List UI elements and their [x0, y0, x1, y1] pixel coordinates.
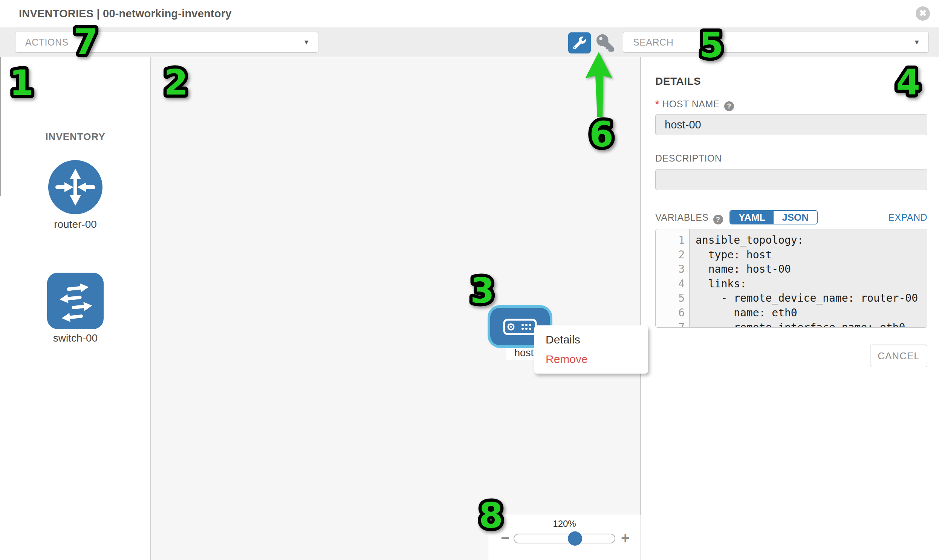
- host-name-field[interactable]: [655, 114, 927, 135]
- page-title: INVENTORIES | 00-networking-inventory: [19, 0, 231, 27]
- switch-icon: [47, 324, 103, 330]
- search-dropdown[interactable]: SEARCH ▼: [623, 32, 929, 53]
- host-name-label: *HOST NAME?: [655, 98, 734, 111]
- variables-format-toggle: YAML JSON: [729, 210, 818, 225]
- search-placeholder: SEARCH: [633, 32, 673, 52]
- cancel-button[interactable]: CANCEL: [870, 345, 927, 367]
- context-menu-item-details[interactable]: Details: [534, 330, 648, 349]
- variables-row: VARIABLES? YAML JSON EXPAND: [655, 210, 927, 224]
- context-menu-item-remove[interactable]: Remove: [534, 349, 648, 369]
- tools-button[interactable]: [568, 32, 591, 54]
- zoom-in-button[interactable]: +: [621, 529, 630, 546]
- zoom-slider[interactable]: [513, 534, 615, 543]
- variables-label: VARIABLES?: [655, 212, 723, 225]
- description-field[interactable]: [655, 169, 927, 190]
- actions-dropdown[interactable]: ACTIONS ▼: [15, 32, 318, 53]
- credentials-key-button[interactable]: [597, 34, 614, 52]
- page-header: INVENTORIES | 00-networking-inventory ✖: [0, 0, 939, 27]
- details-panel: DETAILS *HOST NAME? DESCRIPTION VARIABLE…: [641, 57, 939, 560]
- chevron-down-icon: ▼: [303, 32, 310, 52]
- sidebar-item-router[interactable]: router-00: [47, 159, 103, 217]
- variables-editor: 1234567 ansible_topology: type: host nam…: [655, 229, 927, 328]
- context-menu: Details Remove: [534, 325, 648, 374]
- sidebar-item-label: router-00: [23, 218, 127, 231]
- expand-link[interactable]: EXPAND: [888, 212, 927, 223]
- description-label: DESCRIPTION: [655, 153, 722, 164]
- router-icon: [47, 210, 103, 217]
- toolbar: ACTIONS ▼ SEARCH ▼: [0, 27, 939, 57]
- help-icon[interactable]: ?: [713, 215, 723, 225]
- toggle-json-button[interactable]: JSON: [774, 211, 817, 224]
- sidebar-item-switch[interactable]: switch-00: [47, 273, 103, 331]
- editor-code[interactable]: ansible_topology: type: host name: host-…: [689, 229, 927, 327]
- sidebar-heading: INVENTORY: [0, 131, 151, 143]
- zoom-out-button[interactable]: −: [501, 529, 509, 546]
- left-edge-divider: [0, 57, 1, 196]
- inventory-sidebar: INVENTORY router-00: [0, 57, 151, 560]
- zoom-level-value: 120%: [488, 518, 641, 529]
- toggle-yaml-button[interactable]: YAML: [730, 211, 774, 224]
- zoom-slider-thumb[interactable]: [568, 531, 582, 546]
- help-icon[interactable]: ?: [724, 101, 734, 111]
- topology-canvas[interactable]: host-00 Details Remove: [151, 57, 641, 560]
- zoom-control-panel: 120% − +: [488, 515, 641, 560]
- actions-placeholder: ACTIONS: [25, 32, 69, 52]
- required-asterisk: *: [655, 98, 659, 109]
- close-icon[interactable]: ✖: [916, 6, 930, 21]
- key-icon: [597, 46, 614, 53]
- editor-gutter: 1234567: [656, 229, 689, 327]
- details-heading: DETAILS: [655, 75, 701, 88]
- chevron-down-icon: ▼: [913, 32, 920, 52]
- sidebar-item-label: switch-00: [23, 332, 127, 344]
